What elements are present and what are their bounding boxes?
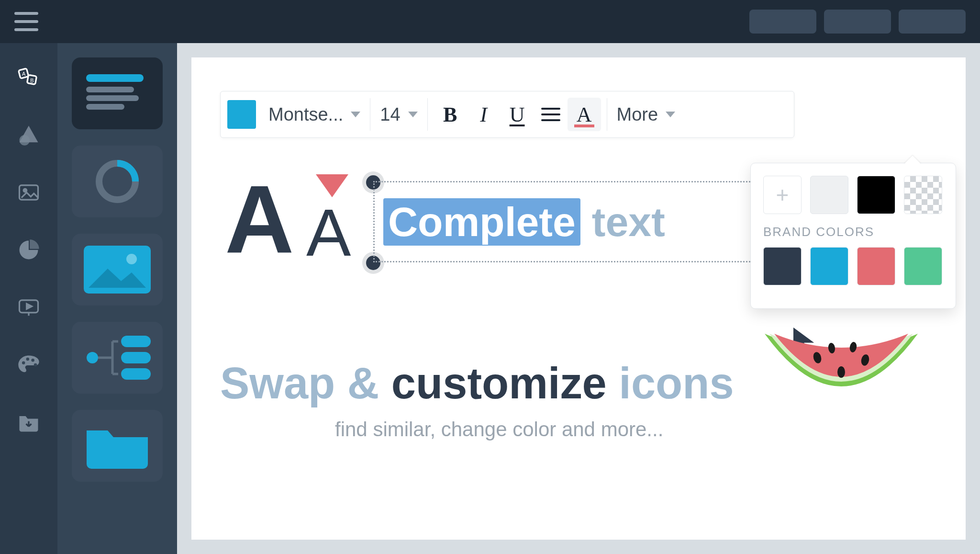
topbar-button-1[interactable] — [749, 10, 816, 34]
font-size-picker[interactable]: 14 — [376, 104, 421, 125]
svg-rect-15 — [86, 104, 124, 110]
hamburger-menu-icon[interactable] — [14, 12, 38, 31]
image-icon[interactable] — [13, 177, 44, 208]
text-toolbar: Montse... 14 B I U — [220, 91, 794, 138]
svg-text:B: B — [30, 78, 33, 83]
block-image[interactable] — [72, 234, 163, 305]
color-popover: + BRAND COLORS — [750, 163, 956, 309]
topbar-button-2[interactable] — [824, 10, 891, 34]
bold-button[interactable]: B — [434, 98, 467, 131]
svg-point-6 — [23, 189, 26, 192]
text-color-button[interactable]: A — [568, 98, 601, 131]
chevron-down-icon — [666, 112, 675, 117]
watermelon-icon[interactable] — [755, 315, 927, 420]
selected-text: Complete — [383, 198, 580, 246]
brand-swatch-mint[interactable] — [904, 247, 942, 285]
svg-rect-12 — [86, 74, 144, 82]
fill-color-swatch[interactable] — [227, 100, 256, 129]
brand-swatch-coral[interactable] — [857, 247, 895, 285]
svg-point-19 — [87, 352, 98, 363]
tool-rail: A B — [0, 43, 57, 554]
more-label: More — [617, 104, 658, 125]
block-panel — [57, 43, 177, 554]
small-a-glyph: A — [306, 199, 351, 266]
svg-point-27 — [837, 366, 845, 378]
shape-icon[interactable] — [13, 120, 44, 150]
swatch-light[interactable] — [810, 176, 848, 214]
blocks-icon[interactable]: A B — [13, 62, 44, 93]
brand-colors-label: BRAND COLORS — [763, 225, 943, 239]
recent-colors-row: + — [763, 176, 943, 214]
svg-rect-14 — [86, 95, 139, 101]
topbar — [0, 0, 980, 43]
svg-point-10 — [31, 359, 34, 362]
canvas-area: Montse... 14 B I U — [177, 43, 980, 554]
topbar-actions — [749, 10, 966, 34]
more-button[interactable]: More — [613, 104, 679, 125]
block-list[interactable] — [72, 322, 163, 394]
heading-pre: Swap & — [220, 359, 391, 407]
block-folder[interactable] — [72, 410, 163, 482]
heading-post: icons — [607, 359, 734, 407]
svg-point-9 — [26, 358, 30, 361]
svg-point-8 — [22, 361, 25, 364]
svg-point-18 — [126, 254, 137, 264]
download-folder-icon[interactable] — [13, 407, 44, 438]
svg-point-4 — [20, 135, 30, 146]
canvas[interactable]: Montse... 14 B I U — [191, 57, 966, 540]
font-name: Montse... — [268, 104, 343, 125]
italic-button[interactable]: I — [467, 98, 501, 131]
chart-icon[interactable] — [13, 235, 44, 265]
svg-point-11 — [34, 363, 37, 367]
video-icon[interactable] — [13, 292, 44, 323]
brand-colors-row — [763, 247, 943, 285]
topbar-button-3[interactable] — [899, 10, 966, 34]
brand-swatch-navy[interactable] — [763, 247, 802, 285]
chevron-down-icon — [408, 112, 418, 117]
subheading: find similar, change color and more... — [220, 418, 937, 441]
svg-text:A: A — [22, 71, 26, 77]
swatch-transparent[interactable] — [904, 176, 942, 214]
block-text[interactable] — [72, 57, 163, 129]
unselected-text: text — [592, 198, 665, 246]
palette-icon[interactable] — [13, 350, 44, 380]
heading-strong: customize — [391, 359, 607, 407]
underline-button[interactable]: U — [501, 98, 534, 131]
brand-swatch-cyan[interactable] — [810, 247, 848, 285]
caret-triangle-icon — [316, 174, 348, 197]
big-a-glyph: A — [225, 171, 285, 267]
svg-rect-20 — [121, 336, 151, 347]
add-color-swatch[interactable]: + — [763, 176, 802, 214]
font-size-value: 14 — [380, 104, 400, 125]
font-picker[interactable]: Montse... — [265, 104, 364, 125]
svg-rect-13 — [86, 87, 134, 92]
block-ring[interactable] — [72, 146, 163, 217]
svg-rect-22 — [121, 368, 151, 380]
chevron-down-icon — [351, 112, 360, 117]
align-button[interactable] — [534, 98, 568, 131]
text-selection-box[interactable]: Complete text — [373, 181, 756, 262]
swatch-black[interactable] — [857, 176, 895, 214]
svg-rect-21 — [121, 352, 151, 363]
